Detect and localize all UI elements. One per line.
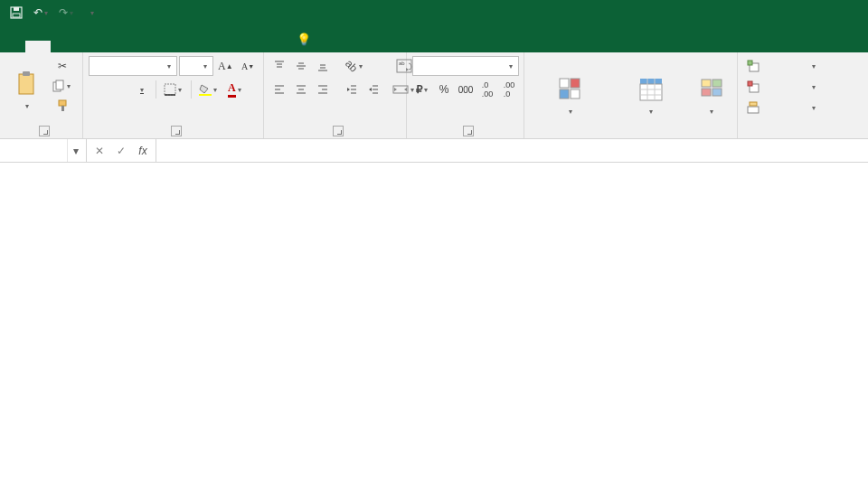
paste-button[interactable]: ▾	[5, 56, 49, 124]
dialog-launcher-icon[interactable]	[333, 126, 344, 136]
format-icon	[747, 101, 760, 114]
increase-font-button[interactable]: A▲	[215, 56, 236, 76]
underline-button[interactable]: ▾	[132, 80, 152, 99]
align-top-button[interactable]	[269, 56, 289, 76]
comma-style-button[interactable]: 000	[456, 80, 476, 99]
font-color-button[interactable]: А▾	[224, 80, 247, 99]
title-bar: ↶▾ ↷▾ ▾	[0, 0, 868, 25]
align-bottom-button[interactable]	[313, 56, 333, 76]
enter-icon[interactable]: ✓	[112, 145, 130, 157]
svg-rect-49	[702, 80, 711, 87]
copy-button[interactable]: ▾	[49, 76, 76, 96]
number-format-select[interactable]: ▾	[412, 56, 519, 76]
tab-file[interactable]	[0, 41, 25, 52]
font-name-select[interactable]: ▾	[89, 56, 177, 76]
quick-access-toolbar: ↶▾ ↷▾ ▾	[0, 3, 108, 23]
svg-rect-3	[19, 74, 33, 94]
formula-buttons: ✕ ✓ fx	[87, 139, 156, 162]
cell-styles-button[interactable]: ▾	[692, 56, 731, 135]
tab-home[interactable]	[25, 41, 51, 52]
fill-color-button[interactable]: ▾	[195, 80, 222, 99]
group-number: ▾ ₽▾ % 000 .0.00 .00.0	[407, 52, 524, 138]
format-as-table-button[interactable]: ▾	[611, 56, 691, 135]
decrease-decimal-button[interactable]: .00.0	[499, 80, 519, 99]
accounting-format-button[interactable]: ₽▾	[412, 80, 432, 99]
orientation-button[interactable]: ab▾	[342, 56, 368, 76]
percent-button[interactable]: %	[434, 80, 454, 99]
conditional-formatting-button[interactable]: ▾	[530, 56, 611, 135]
ribbon: ▾ ✂ ▾ ▾ ▾ A▲ A▼ ▾ ▾	[0, 52, 868, 139]
name-box[interactable]: ▾	[0, 139, 87, 162]
svg-rect-56	[748, 81, 752, 86]
tab-insert[interactable]	[51, 41, 76, 52]
delete-cells-button[interactable]: ▾	[743, 77, 821, 97]
svg-rect-42	[571, 89, 580, 99]
cell-styles-icon	[700, 75, 723, 104]
redo-button[interactable]: ↷▾	[56, 3, 78, 23]
align-left-button[interactable]	[269, 80, 289, 99]
tab-review[interactable]	[152, 41, 177, 52]
align-center-button[interactable]	[291, 80, 311, 99]
dialog-launcher-icon[interactable]	[171, 126, 182, 136]
svg-rect-41	[560, 89, 569, 99]
svg-rect-11	[199, 94, 212, 96]
name-box-input[interactable]	[0, 145, 67, 157]
decrease-font-button[interactable]: A▼	[238, 56, 258, 76]
align-right-button[interactable]	[313, 80, 333, 99]
group-cells: ▾ ▾ ▾	[738, 52, 821, 138]
paste-icon	[15, 70, 39, 99]
svg-rect-43	[640, 79, 662, 84]
fx-icon[interactable]: fx	[134, 145, 152, 157]
italic-button[interactable]	[110, 80, 130, 99]
name-box-dropdown[interactable]: ▾	[67, 139, 83, 162]
increase-decimal-button[interactable]: .0.00	[477, 80, 497, 99]
chevron-down-icon: ▾	[24, 102, 31, 110]
dialog-launcher-icon[interactable]	[463, 126, 474, 136]
border-button[interactable]: ▾	[160, 80, 187, 99]
tab-formulas[interactable]	[101, 41, 127, 52]
svg-rect-9	[165, 84, 175, 95]
table-icon	[638, 75, 664, 104]
format-cells-button[interactable]: ▾	[743, 98, 821, 117]
format-painter-button[interactable]	[49, 96, 76, 116]
bucket-icon	[199, 83, 212, 96]
align-middle-button[interactable]	[291, 56, 311, 76]
increase-indent-button[interactable]	[363, 80, 383, 99]
font-size-select[interactable]: ▾	[179, 56, 213, 76]
formula-bar: ▾ ✕ ✓ fx	[0, 139, 868, 163]
formula-input[interactable]	[156, 139, 868, 162]
dialog-launcher-icon[interactable]	[39, 126, 50, 136]
save-button[interactable]	[5, 3, 27, 23]
bulb-icon: 💡	[297, 33, 311, 46]
tell-me[interactable]: 💡	[284, 27, 316, 52]
svg-rect-1	[14, 7, 19, 11]
svg-rect-57	[748, 107, 759, 113]
undo-button[interactable]: ↶▾	[31, 3, 52, 23]
cancel-icon[interactable]: ✕	[90, 145, 108, 157]
cond-format-icon	[558, 75, 583, 104]
group-alignment: ab▾ ab ▾	[264, 52, 407, 138]
svg-rect-2	[13, 14, 20, 17]
delete-icon	[747, 80, 760, 93]
tab-table-design[interactable]	[259, 41, 284, 52]
brush-icon	[56, 99, 69, 112]
cut-button[interactable]: ✂	[49, 56, 76, 76]
tab-developer[interactable]	[203, 41, 228, 52]
thousands-icon: 000	[458, 85, 474, 95]
group-font: ▾ ▾ A▲ A▼ ▾ ▾ ▾ А▾	[83, 52, 264, 138]
currency-icon: ₽	[416, 83, 423, 96]
border-icon	[164, 83, 176, 96]
tab-data[interactable]	[127, 41, 152, 52]
svg-rect-6	[56, 80, 63, 89]
qat-customize-icon[interactable]: ▾	[81, 3, 103, 23]
svg-rect-40	[571, 79, 580, 88]
decrease-indent-button[interactable]	[342, 80, 362, 99]
svg-rect-54	[748, 61, 752, 65]
insert-icon	[747, 60, 760, 72]
tab-view[interactable]	[177, 41, 203, 52]
insert-cells-button[interactable]: ▾	[743, 56, 821, 76]
tab-page-layout[interactable]	[76, 41, 101, 52]
bold-button[interactable]	[89, 80, 108, 99]
ribbon-tabs: 💡	[0, 25, 868, 52]
group-styles: ▾ ▾ ▾	[524, 52, 738, 138]
